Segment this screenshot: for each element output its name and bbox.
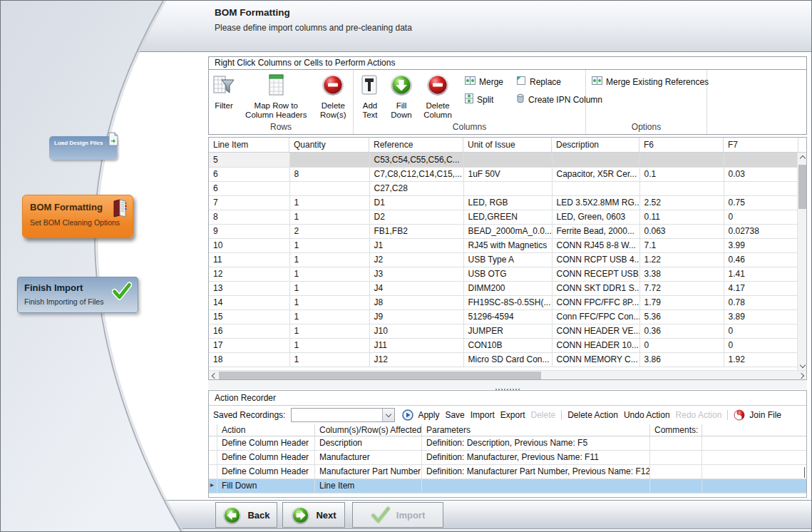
row-marker[interactable] <box>209 436 217 451</box>
grid-cell[interactable]: 13 <box>209 281 289 295</box>
action-cell[interactable] <box>422 479 650 493</box>
grid-cell[interactable]: 0.78 <box>724 295 797 310</box>
grid-cell[interactable]: J8 <box>369 295 463 310</box>
grid-cell[interactable]: 0.03 <box>724 167 797 181</box>
filter-button[interactable]: Filter <box>212 73 235 120</box>
grid-cell[interactable]: 0.75 <box>724 195 797 210</box>
column-header[interactable]: Reference <box>369 138 463 153</box>
grid-cell[interactable]: 3.86 <box>639 352 724 367</box>
step-card-bom-formatting[interactable]: BOM Formatting Set BOM Cleaning Options <box>22 195 133 238</box>
grid-cell[interactable]: 1 <box>289 267 369 281</box>
delete-rows-button[interactable]: Delete Row(s) <box>317 73 349 120</box>
grid-cell[interactable]: 0.46 <box>724 252 797 267</box>
grid-cell[interactable] <box>724 181 797 195</box>
column-header[interactable]: F7 <box>724 138 798 153</box>
table-row[interactable]: 5C53,C54,C55,C56,C... <box>209 153 797 167</box>
grid-cell[interactable]: 1.22 <box>639 252 724 267</box>
back-button[interactable]: Back <box>215 502 277 528</box>
action-cell[interactable]: Define Column Header <box>217 465 315 479</box>
action-cell[interactable] <box>650 479 702 493</box>
grid-cell[interactable]: BEAD_2000mA_0.0... <box>463 224 552 238</box>
grid-cell[interactable]: 14 <box>209 295 289 310</box>
grid-cell[interactable]: DIMM200 <box>463 281 552 295</box>
apply-button[interactable]: Apply <box>418 410 439 420</box>
table-row[interactable]: 101J1RJ45 with MagneticsCONN RJ45 8-8 W.… <box>209 238 797 252</box>
row-marker[interactable]: ▸ <box>209 479 217 493</box>
next-button[interactable]: Next <box>282 502 345 528</box>
table-row[interactable]: 6C27,C28 <box>209 181 797 195</box>
grid-cell[interactable]: C7,C8,C12,C14,C15,... <box>369 167 463 181</box>
grid-cell[interactable]: Micro SD Card Con... <box>463 352 552 367</box>
grid-cell[interactable]: 1.41 <box>724 267 797 281</box>
action-cell[interactable] <box>650 451 702 465</box>
action-cell[interactable]: Definition: Description, Previous Name: … <box>422 436 650 451</box>
grid-cell[interactable]: 1 <box>289 338 369 352</box>
grid-cell[interactable]: 6 <box>209 181 289 195</box>
action-column-header[interactable]: Action <box>217 424 315 436</box>
grid-cell[interactable]: LED 3.5X2.8MM RG... <box>552 195 639 210</box>
grid-cell[interactable] <box>289 153 369 167</box>
grid-cell[interactable]: 2 <box>289 224 369 238</box>
action-column-header[interactable]: Comments: <box>650 424 702 436</box>
grid-cell[interactable]: CONN SKT DDR1 S... <box>552 281 639 295</box>
row-marker[interactable] <box>209 465 217 479</box>
grid-cell[interactable]: 1 <box>289 281 369 295</box>
split-button[interactable]: Split <box>465 94 512 105</box>
grid-cell[interactable]: 10 <box>209 238 289 252</box>
grid-cell[interactable]: 7 <box>209 195 289 210</box>
delete-action-button[interactable]: Delete Action <box>567 410 618 420</box>
action-cell[interactable]: Definition: Manufacturer, Previous Name:… <box>422 451 650 465</box>
table-row[interactable]: 81D2LED,GREENLED, Green, 06030.110 <box>209 210 797 224</box>
grid-cell[interactable]: CONN HEADER 10... <box>552 338 639 352</box>
grid-cell[interactable]: J12 <box>369 352 463 367</box>
grid-cell[interactable]: USB OTG <box>463 267 552 281</box>
grid-cell[interactable]: 3.38 <box>639 267 724 281</box>
grid-cell[interactable]: 18 <box>209 352 289 367</box>
grid-cell[interactable] <box>463 181 552 195</box>
vertical-scrollbar[interactable] <box>797 153 806 370</box>
grid-cell[interactable]: Capacitor, X5R Cer... <box>552 167 639 181</box>
action-cell[interactable] <box>702 479 806 493</box>
grid-cell[interactable] <box>552 181 639 195</box>
table-row[interactable]: 121J3USB OTGCONN RECEPT USB...3.381.41 <box>209 267 797 281</box>
grid-cell[interactable]: 17 <box>209 338 289 352</box>
grid-cell[interactable]: J9 <box>369 310 463 324</box>
join-file-button[interactable]: Join File <box>749 410 781 420</box>
action-cell[interactable] <box>650 436 702 451</box>
grid-cell[interactable]: 7.72 <box>639 281 724 295</box>
grid-cell[interactable]: CONN FPC/FFC 8P... <box>552 295 639 310</box>
table-row[interactable]: 92FB1,FB2BEAD_2000mA_0.0...Ferrite Bead,… <box>209 224 797 238</box>
grid-cell[interactable]: 0 <box>724 210 797 224</box>
action-cell[interactable] <box>702 451 806 465</box>
grid-cell[interactable]: 3.89 <box>724 310 797 324</box>
grid-cell[interactable]: 1.79 <box>639 295 724 310</box>
fill-down-button[interactable]: Fill Down <box>387 73 416 120</box>
import-button-footer[interactable]: Import <box>352 502 443 528</box>
delete-column-button[interactable]: Delete Column <box>420 73 456 120</box>
table-row[interactable]: 111J2USB Type ACONN RCPT USB 4...1.220.4… <box>209 252 797 267</box>
action-cell[interactable]: Define Column Header <box>217 436 315 451</box>
grid-cell[interactable]: 0.063 <box>639 224 724 238</box>
grid-cell[interactable]: 0 <box>639 338 724 352</box>
grid-cell[interactable]: 1.92 <box>724 352 797 367</box>
grid-cell[interactable]: CONN RCPT USB 4... <box>552 252 639 267</box>
grid-cell[interactable]: 9 <box>209 224 289 238</box>
grid-cell[interactable]: 0 <box>724 338 797 352</box>
action-row[interactable]: Define Column HeaderManufacturer Part Nu… <box>209 465 806 479</box>
grid-cell[interactable]: J1 <box>369 238 463 252</box>
undo-action-button[interactable]: Undo Action <box>624 410 670 420</box>
grid-cell[interactable]: 4.17 <box>724 281 797 295</box>
save-button[interactable]: Save <box>445 410 464 420</box>
grid-cell[interactable]: FB1,FB2 <box>369 224 463 238</box>
action-cell[interactable]: Line Item <box>315 479 422 493</box>
grid-cell[interactable]: 5 <box>209 153 289 167</box>
combo-dropdown-button[interactable] <box>382 409 394 421</box>
grid-cell[interactable]: CONN HEADER VE... <box>552 324 639 338</box>
scroll-left-arrow[interactable] <box>209 371 218 380</box>
column-header[interactable]: Unit of Issue <box>463 138 552 153</box>
grid-cell[interactable]: 12 <box>209 267 289 281</box>
grid-cell[interactable]: CONN RECEPT USB... <box>552 267 639 281</box>
grid-cell[interactable]: JUMPER <box>463 324 552 338</box>
action-row[interactable]: Define Column HeaderManufacturerDefiniti… <box>209 451 806 465</box>
grid-cell[interactable] <box>724 153 797 167</box>
